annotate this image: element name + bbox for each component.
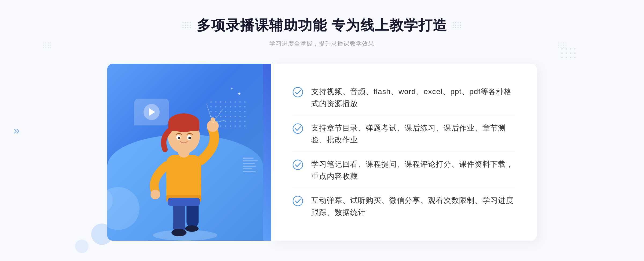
outside-circle-small [75,240,89,253]
title-deco-left [182,22,191,29]
human-figure-illustration [134,96,236,241]
page-container: 多项录播课辅助功能 专为线上教学打造 学习进度全掌握，提升录播课教学效果 » ✦… [0,0,644,261]
sparkle-small: ✦ [230,87,233,91]
outside-dots-right [561,48,577,59]
features-panel: 支持视频、音频、flash、word、excel、ppt、pdf等各种格式的资源… [271,64,537,241]
header-section: 多项录播课辅助功能 专为线上教学打造 学习进度全掌握，提升录播课教学效果 [182,16,462,48]
title-deco-right [453,22,462,29]
check-icon-2 [292,123,303,134]
feature-item-4: 互动弹幕、试听购买、微信分享、观看次数限制、学习进度跟踪、数据统计 [292,189,515,224]
svg-point-21 [293,160,303,170]
svg-point-10 [151,190,160,199]
check-icon-4 [292,196,303,206]
feature-item-1: 支持视频、音频、flash、word、excel、ppt、pdf等各种格式的资源… [292,80,515,115]
feature-item-2: 支持章节目录、弹题考试、课后练习、课后作业、章节测验、批改作业 [292,117,515,152]
svg-point-18 [188,137,191,139]
check-icon-3 [292,159,303,170]
svg-rect-14 [168,123,199,131]
feature-text-2: 支持章节目录、弹题考试、课后练习、课后作业、章节测验、批改作业 [311,122,515,146]
feature-item-3: 学习笔记回看、课程提问、课程评论打分、课件资料下载，重点内容收藏 [292,153,515,188]
page-title: 多项录播课辅助功能 专为线上教学打造 [197,16,447,35]
svg-point-22 [293,196,303,206]
blue-sidebar-divider [263,64,271,241]
feature-text-4: 互动弹幕、试听购买、微信分享、观看次数限制、学习进度跟踪、数据统计 [311,195,515,219]
illustration-panel: ✦ ✦ [107,64,263,241]
svg-point-17 [178,137,180,139]
sparkle-large: ✦ [237,91,241,97]
svg-point-3 [171,229,186,236]
svg-rect-7 [168,198,200,206]
svg-point-19 [293,87,303,97]
svg-point-20 [293,124,303,133]
left-arrow-decoration: » [13,124,17,137]
feature-text-1: 支持视频、音频、flash、word、excel、ppt、pdf等各种格式的资源… [311,86,515,110]
svg-point-4 [185,225,199,232]
check-icon-1 [292,87,303,98]
page-subtitle: 学习进度全掌握，提升录播课教学效果 [182,40,462,48]
stripes-decoration [243,158,258,172]
title-row: 多项录播课辅助功能 专为线上教学打造 [182,16,462,35]
main-content: ✦ ✦ [107,64,537,241]
feature-text-3: 学习笔记回看、课程提问、课程评论打分、课件资料下载，重点内容收藏 [311,158,515,182]
header-dot-decoration-left [43,35,75,56]
